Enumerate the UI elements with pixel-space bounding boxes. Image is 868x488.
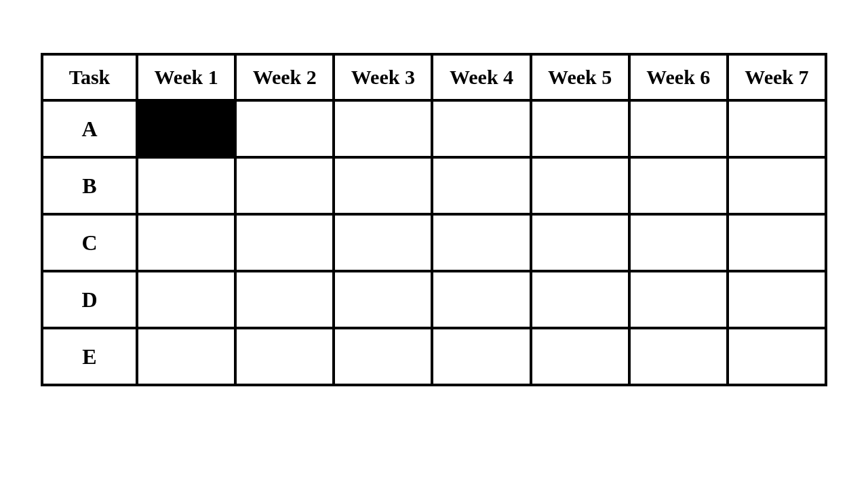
gantt-cell [531,271,629,328]
task-label: A [42,100,137,157]
gantt-cell [432,157,530,214]
gantt-table: Task Week 1 Week 2 Week 3 Week 4 Week 5 … [41,53,827,386]
gantt-cell [334,271,432,328]
header-week-4: Week 4 [432,54,530,100]
gantt-cell [728,271,826,328]
header-week-1: Week 1 [137,54,235,100]
gantt-cell [334,100,432,157]
gantt-cell [728,100,826,157]
task-label: D [42,271,137,328]
gantt-cell [728,214,826,271]
gantt-cell [531,328,629,385]
gantt-cell [235,328,334,385]
gantt-cell [432,328,530,385]
task-row: D [42,271,826,328]
task-row: B [42,157,826,214]
header-week-2: Week 2 [235,54,334,100]
gantt-cell [629,328,728,385]
header-row: Task Week 1 Week 2 Week 3 Week 4 Week 5 … [42,54,826,100]
header-week-5: Week 5 [531,54,629,100]
gantt-cell [728,328,826,385]
header-week-3: Week 3 [334,54,432,100]
gantt-cell [137,100,235,157]
gantt-cell [728,157,826,214]
gantt-cell [235,271,334,328]
gantt-cell [334,157,432,214]
gantt-cell [531,214,629,271]
task-label: B [42,157,137,214]
gantt-cell [235,157,334,214]
gantt-cell [629,100,728,157]
gantt-cell [432,214,530,271]
gantt-cell [137,271,235,328]
gantt-cell [137,328,235,385]
header-task: Task [42,54,137,100]
task-row: E [42,328,826,385]
gantt-cell [531,100,629,157]
gantt-cell [235,100,334,157]
gantt-cell [235,214,334,271]
gantt-cell [629,157,728,214]
gantt-cell [334,214,432,271]
gantt-body: ABCDE [42,100,826,385]
gantt-cell [629,214,728,271]
gantt-cell [137,157,235,214]
task-row: A [42,100,826,157]
gantt-cell [531,157,629,214]
gantt-cell [334,328,432,385]
header-week-6: Week 6 [629,54,728,100]
header-week-7: Week 7 [728,54,826,100]
gantt-cell [432,271,530,328]
gantt-cell [432,100,530,157]
task-row: C [42,214,826,271]
gantt-cell [137,214,235,271]
task-label: E [42,328,137,385]
gantt-cell [629,271,728,328]
task-label: C [42,214,137,271]
